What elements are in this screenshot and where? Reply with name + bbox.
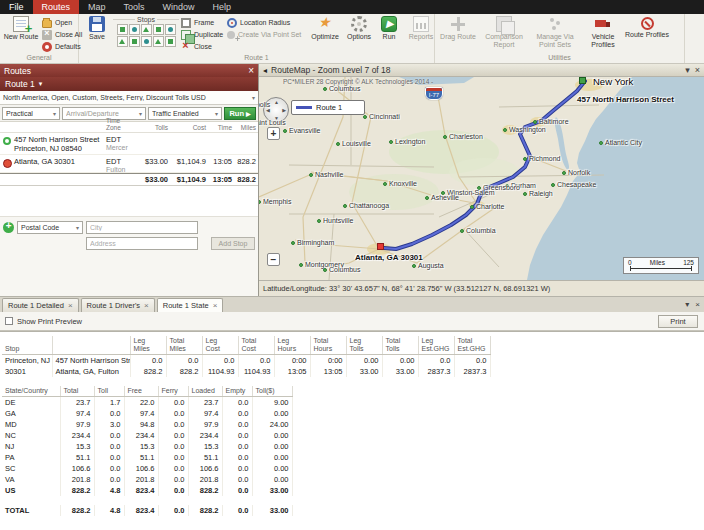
tab-route-1-driver-s[interactable]: Route 1 Driver's× — [81, 298, 155, 312]
print-button[interactable]: Print — [658, 315, 698, 328]
zoom-out-button[interactable]: − — [267, 253, 280, 266]
city-label-asheville-21: Asheville — [425, 194, 459, 201]
stop-symbol-icon[interactable] — [165, 24, 176, 35]
truck-icon — [595, 16, 611, 32]
route-1-section-label: Route 1 — [5, 79, 35, 89]
chevron-down-icon: ▾ — [39, 80, 43, 88]
run-route-button[interactable]: Run▶ — [224, 107, 256, 120]
ribbon-group-route1: Save Stops Frame Duplicate Close Locatio… — [79, 14, 435, 63]
stop-symbol-icon[interactable] — [153, 36, 164, 47]
city-dot-icon — [363, 115, 367, 119]
tab-route-1-detailed[interactable]: Route 1 Detailed× — [2, 298, 79, 312]
options-button[interactable]: Options — [343, 15, 375, 52]
tab-strip-close-icon[interactable]: × — [695, 300, 700, 309]
city-dot-icon — [460, 229, 464, 233]
ribbon-group-general: New Route Open Close All Defaults Genera… — [0, 14, 79, 63]
drag-route-button[interactable]: Drag Route — [437, 15, 479, 52]
add-stop-button[interactable]: Add Stop — [211, 237, 255, 250]
open-button[interactable]: Open — [40, 17, 84, 28]
run-button[interactable]: Run — [375, 15, 403, 52]
defaults-button[interactable]: Defaults — [40, 41, 84, 52]
reports-button[interactable]: Reports — [403, 15, 439, 52]
report-area: StopLegMilesTotalMilesLegCostTotalCostLe… — [0, 331, 704, 530]
app-window: FileRoutesMapToolsWindowHelp New Route O… — [0, 0, 704, 530]
create-via-point-set-button[interactable]: Create Via Point Set — [225, 29, 307, 40]
location-radius-icon — [227, 18, 237, 28]
city-label-raleigh-20: Raleigh — [523, 190, 553, 197]
zoom-in-button[interactable]: + — [267, 127, 280, 140]
stop-symbol-icon[interactable] — [129, 24, 140, 35]
map-close-icon[interactable]: × — [695, 65, 700, 75]
stop-symbol-icon[interactable] — [117, 36, 128, 47]
address-input[interactable] — [86, 237, 198, 250]
city-label-indianapolis-2: Indianapolis — [259, 101, 270, 108]
city-label-charlotte-22: Charlotte — [470, 203, 504, 210]
chevron-down-icon: ▾ — [53, 110, 56, 117]
stop-row-destination[interactable]: Atlanta, GA 30301 EDTFulton $33.00 $1,10… — [0, 155, 258, 173]
route-line-swatch — [296, 106, 312, 109]
stop-row-origin[interactable]: 457 North Harrison Street Princeton, NJ … — [0, 133, 258, 155]
stop-symbol-icon[interactable] — [117, 24, 128, 35]
chevron-down-icon: ▾ — [252, 94, 255, 101]
map-panel-title: RouteMap - Zoom Level 7 of 18 — [271, 65, 681, 75]
map-canvas[interactable]: PC*MILER 28 Copyright © ALK Technologies… — [259, 77, 704, 280]
route-profiles-button[interactable]: Route Profiles — [625, 15, 669, 52]
location-radius-button[interactable]: Location Radius — [225, 17, 307, 28]
collapse-panel-icon[interactable]: ◂ — [263, 66, 267, 75]
stop-table-row: 30301Atlanta, GA, Fulton828.2828.21104.9… — [2, 366, 490, 377]
state-table-row: GA97.40.097.40.097.40.00.00 — [2, 408, 292, 419]
route-profile-summary-dropdown[interactable]: North America, Open, Custom, Streets, Fe… — [0, 91, 258, 105]
routes-panel-close-icon[interactable]: × — [248, 66, 254, 76]
menu-item-map[interactable]: Map — [79, 0, 115, 14]
origin-marker-icon — [579, 77, 586, 84]
pan-up-icon[interactable]: ▲ — [274, 99, 279, 105]
origin-stop-icon — [3, 137, 11, 145]
tab-close-icon[interactable]: × — [68, 301, 73, 310]
tab-close-icon[interactable]: × — [213, 301, 218, 310]
ribbon-group-label-utilities: Utilities — [435, 53, 684, 63]
city-label-birmingham-27: Birmingham — [291, 239, 334, 246]
pan-right-icon[interactable]: ▶ — [282, 107, 286, 113]
close-all-button[interactable]: Close All — [40, 29, 84, 40]
postal-code-dropdown[interactable]: Postal Code▾ — [17, 221, 83, 234]
stop-symbol-icon[interactable] — [153, 24, 164, 35]
routing-type-dropdown[interactable]: Practical▾ — [2, 107, 60, 120]
traffic-dropdown[interactable]: Traffic Enabled▾ — [148, 107, 222, 120]
add-stop-section: Postal Code▾ Add Stop — [0, 216, 258, 296]
stop-symbol-icon[interactable] — [141, 24, 152, 35]
save-button[interactable]: Save — [81, 15, 113, 52]
new-route-button[interactable]: New Route — [2, 15, 40, 52]
map-menu-chevron-icon[interactable]: ▾ — [685, 65, 690, 75]
state-table-us-row: US828.24.8823.40.0828.20.033.00 — [2, 485, 292, 496]
routes-panel-caption[interactable]: Routes × — [0, 64, 258, 77]
tab-close-icon[interactable]: × — [144, 301, 149, 310]
menu-item-help[interactable]: Help — [204, 0, 241, 14]
gear-icon — [351, 16, 367, 32]
map-scale-bar: 0 Miles 125 — [623, 257, 699, 274]
stop-symbol-icon[interactable] — [141, 36, 152, 47]
map-panel-caption[interactable]: ◂ RouteMap - Zoom Level 7 of 18 ▾ × — [259, 64, 704, 77]
optimize-button[interactable]: Optimize — [307, 15, 343, 52]
menu-item-file[interactable]: File — [0, 0, 33, 14]
close-route-button[interactable]: Close — [179, 41, 225, 52]
vehicle-profiles-button[interactable]: Vehicle Profiles — [581, 15, 625, 52]
show-print-preview-label: Show Print Preview — [17, 317, 82, 326]
show-print-preview-checkbox[interactable] — [5, 317, 13, 325]
stop-symbol-icon[interactable] — [165, 36, 176, 47]
menu-item-tools[interactable]: Tools — [115, 0, 154, 14]
stop-symbol-icon[interactable] — [129, 36, 140, 47]
route-1-section-header[interactable]: Route 1 ▾ — [0, 77, 258, 91]
tab-list-chevron-icon[interactable]: ▾ — [685, 300, 689, 309]
city-dot-icon — [523, 157, 527, 161]
tab-route-1-state[interactable]: Route 1 State× — [157, 298, 224, 312]
optimize-star-icon — [317, 16, 333, 32]
manage-via-point-sets-button[interactable]: Manage Via Point Sets — [529, 15, 581, 52]
city-input[interactable] — [86, 221, 198, 234]
manage-via-point-sets-icon — [547, 16, 563, 32]
print-preview-bar: Show Print Preview Print — [0, 312, 704, 331]
add-stop-plus-icon[interactable] — [3, 222, 14, 233]
comparison-report-button[interactable]: Comparison Report — [479, 15, 529, 52]
frame-button[interactable]: Frame — [179, 17, 225, 28]
menu-item-routes[interactable]: Routes — [33, 0, 80, 14]
menu-item-window[interactable]: Window — [154, 0, 204, 14]
